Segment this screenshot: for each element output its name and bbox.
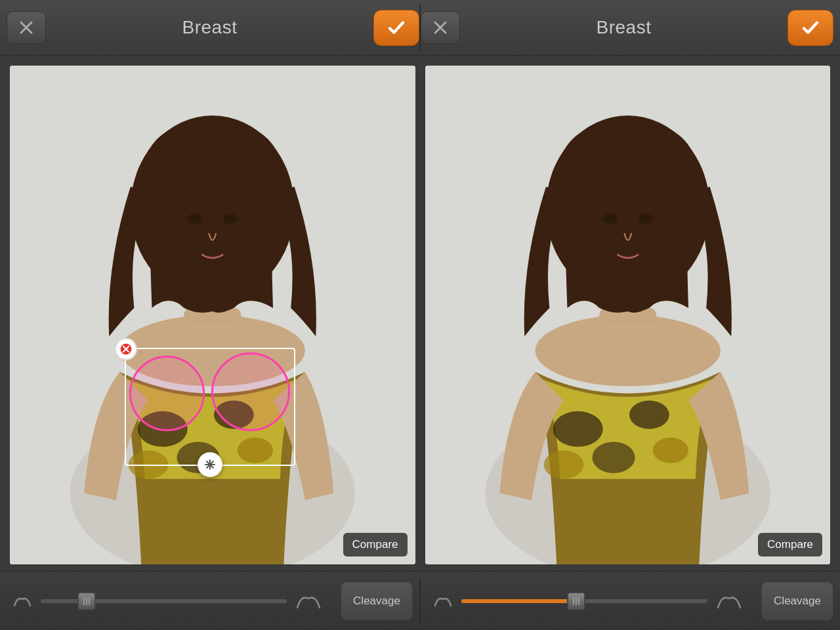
bottom-bar: Cleavage Cleavage — [0, 571, 840, 630]
right-slider-thumb[interactable] — [567, 592, 585, 610]
left-slider-thumb[interactable] — [77, 592, 96, 610]
left-photo — [10, 66, 415, 564]
right-photo — [425, 66, 831, 564]
right-close-button[interactable] — [421, 11, 460, 44]
svg-point-26 — [592, 442, 635, 473]
right-panel-title: Breast — [467, 17, 781, 38]
middle-area: Compare — [0, 56, 840, 571]
right-breast-large-icon — [715, 588, 743, 614]
svg-point-25 — [629, 400, 669, 429]
right-compare-button[interactable]: Compare — [758, 533, 822, 556]
svg-point-27 — [652, 438, 688, 463]
slider-thumb-lines — [83, 597, 90, 605]
left-image-panel: Compare — [10, 66, 415, 564]
selection-box[interactable] — [125, 348, 295, 466]
left-breast-circle[interactable] — [129, 356, 205, 431]
right-panel-header: Breast — [421, 10, 833, 46]
left-panel-header: Breast — [7, 10, 419, 46]
svg-point-15 — [188, 214, 202, 224]
right-confirm-button[interactable] — [788, 10, 833, 46]
slider-thumb-lines-right — [573, 597, 579, 605]
left-compare-button[interactable]: Compare — [343, 533, 408, 556]
left-breast-large-icon — [295, 588, 322, 614]
left-breast-small-icon — [12, 590, 33, 612]
left-panel-title: Breast — [52, 17, 367, 38]
svg-point-24 — [553, 411, 602, 447]
svg-point-23 — [535, 315, 720, 387]
svg-point-31 — [602, 214, 617, 224]
right-slider-fill — [461, 599, 572, 603]
left-cleavage-slider[interactable] — [41, 599, 287, 603]
left-slider-panel — [0, 588, 334, 614]
left-confirm-button[interactable] — [373, 10, 419, 46]
left-close-button[interactable] — [7, 11, 46, 44]
right-slider-panel — [421, 588, 755, 614]
svg-point-32 — [639, 214, 653, 224]
top-bar: Breast Breast — [0, 0, 840, 56]
right-cleavage-slider[interactable] — [461, 599, 707, 603]
svg-point-16 — [223, 214, 238, 224]
right-breast-circle[interactable] — [211, 352, 290, 431]
delete-selection-button[interactable] — [115, 338, 137, 360]
right-cleavage-button[interactable]: Cleavage — [761, 581, 833, 621]
svg-point-28 — [543, 450, 583, 478]
left-cleavage-button[interactable]: Cleavage — [341, 581, 413, 621]
resize-handle[interactable] — [198, 452, 222, 477]
right-breast-small-icon — [432, 590, 453, 612]
right-image-panel: Compare — [425, 66, 831, 564]
